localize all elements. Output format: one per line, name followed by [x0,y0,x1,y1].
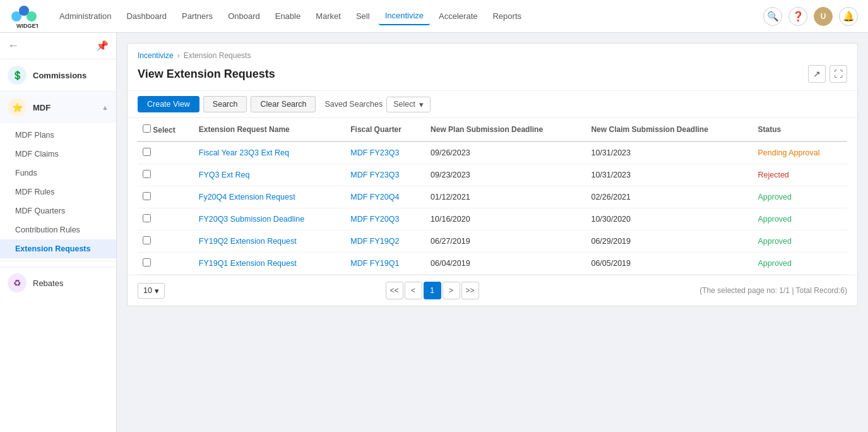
page-first-button[interactable]: << [386,282,403,299]
sidebar-back-button[interactable]: ← [8,39,19,52]
nav-enable[interactable]: Enable [269,8,307,25]
sidebar-item-mdf-rules[interactable]: MDF Rules [0,183,116,201]
saved-searches-select[interactable]: Select ▾ [386,97,431,112]
page-1-button[interactable]: 1 [424,282,441,299]
sidebar-header: ← 📌 [0,33,116,59]
nav-sell[interactable]: Sell [350,8,376,25]
row-name-link[interactable]: FY20Q3 Submission Deadline [199,215,304,224]
row-fiscal-link[interactable]: MDF FY23Q3 [350,148,399,157]
col-fiscal-quarter: Fiscal Quarter [345,118,425,141]
page-next-button[interactable]: > [443,282,460,299]
nav-reports[interactable]: Reports [486,8,528,25]
row-checkbox-cell[interactable] [138,208,194,231]
row-name-link[interactable]: Fy20Q4 Extension Request [199,193,295,201]
mdf-chevron-icon: ▲ [102,104,109,111]
search-button[interactable]: Search [203,96,247,112]
row-fiscal-link[interactable]: MDF FY20Q4 [350,193,399,201]
row-fiscal-link[interactable]: MDF FY19Q1 [350,259,399,268]
nav-administration[interactable]: Administration [53,8,117,25]
row-checkbox[interactable] [143,170,151,178]
breadcrumb: Incentivize › Extension Requests [128,44,857,63]
sidebar-pin-button[interactable]: 📌 [96,40,109,52]
row-new-claim-deadline: 06/29/2019 [586,231,752,253]
page-last-button[interactable]: >> [461,282,479,299]
row-checkbox[interactable] [143,236,151,244]
row-fiscal-link[interactable]: MDF FY19Q2 [350,237,399,246]
page-navigation: << < 1 > >> [386,282,479,299]
table-row: Fiscal Year 23Q3 Ext Req MDF FY23Q3 09/2… [138,141,847,164]
table-container: Select Extension Request Name Fiscal Qua… [128,118,857,275]
sidebar-item-funds[interactable]: Funds [0,164,116,183]
sidebar-item-mdf-plans[interactable]: MDF Plans [0,126,116,145]
page-size-chevron-icon: ▾ [155,286,159,296]
row-checkbox-cell[interactable] [138,141,194,164]
row-fiscal-link[interactable]: MDF FY20Q3 [350,215,399,224]
breadcrumb-parent[interactable]: Incentivize [138,51,174,60]
nav-accelerate[interactable]: Accelerate [432,8,484,25]
logo[interactable]: WIDGET NETWORK [10,4,38,28]
sidebar-item-rebates[interactable]: ♻ Rebates [0,267,116,299]
row-name-link[interactable]: Fiscal Year 23Q3 Ext Req [199,148,289,157]
fullscreen-button[interactable]: ⛶ [829,65,847,83]
row-checkbox-cell[interactable] [138,253,194,275]
row-name: Fiscal Year 23Q3 Ext Req [194,141,346,164]
page-size-select[interactable]: 10 ▾ [138,283,165,299]
user-avatar[interactable]: U [814,7,833,26]
row-name-link[interactable]: FY19Q1 Extension Request [199,259,297,268]
nav-partners[interactable]: Partners [175,8,219,25]
row-checkbox-cell[interactable] [138,186,194,208]
row-checkbox[interactable] [143,148,151,156]
col-status: Status [752,118,847,141]
content-card: Incentivize › Extension Requests View Ex… [127,43,858,306]
row-fiscal-link[interactable]: MDF FY23Q3 [350,171,399,179]
row-name-link[interactable]: FY19Q2 Extension Request [199,237,297,246]
select-all-checkbox[interactable] [143,124,151,133]
row-new-plan-deadline: 10/16/2020 [425,208,586,231]
row-checkbox-cell[interactable] [138,164,194,186]
nav-right-actions: 🔍 ❓ U 🔔 [763,7,858,26]
nav-market[interactable]: Market [309,8,347,25]
sidebar-item-mdf-claims[interactable]: MDF Claims [0,145,116,164]
saved-searches-label: Saved Searches [324,100,383,109]
row-new-plan-deadline: 09/26/2023 [425,141,586,164]
sidebar-item-contribution-rules[interactable]: Contribution Rules [0,220,116,239]
sidebar-item-extension-requests[interactable]: Extension Requests [0,239,116,258]
page-prev-button[interactable]: < [405,282,422,299]
nav-incentivize[interactable]: Incentivize [379,7,430,25]
help-button[interactable]: ❓ [788,7,807,26]
sidebar-item-mdf[interactable]: ⭐ MDF ▲ [0,92,116,123]
row-checkbox[interactable] [143,192,151,200]
table-header: Select Extension Request Name Fiscal Qua… [138,118,847,141]
sidebar-item-commissions[interactable]: 💲 Commissions [0,59,116,92]
clear-search-button[interactable]: Clear Search [251,96,316,112]
row-checkbox[interactable] [143,258,151,267]
row-checkbox-cell[interactable] [138,231,194,253]
row-new-plan-deadline: 01/12/2021 [425,186,586,208]
row-fiscal-quarter: MDF FY20Q3 [345,208,425,231]
row-fiscal-quarter: MDF FY23Q3 [345,164,425,186]
row-name: FY19Q2 Extension Request [194,231,346,253]
create-view-button[interactable]: Create View [138,96,199,112]
table-row: FY19Q2 Extension Request MDF FY19Q2 06/2… [138,231,847,253]
svg-point-2 [27,11,37,21]
row-new-claim-deadline: 10/30/2020 [586,208,752,231]
nav-dashboard[interactable]: Dashboard [120,8,173,25]
row-name: FY20Q3 Submission Deadline [194,208,346,231]
toolbar: Create View Search Clear Search Saved Se… [128,90,857,118]
page-info: (The selected page no: 1/1 | Total Recor… [699,286,847,295]
search-button[interactable]: 🔍 [763,7,782,26]
rebates-label: Rebates [33,279,63,288]
sidebar: ← 📌 💲 Commissions ⭐ MDF ▲ MDF Plans MDF … [0,33,117,432]
nav-onboard[interactable]: Onboard [222,8,266,25]
breadcrumb-current: Extension Requests [184,51,251,60]
row-fiscal-quarter: MDF FY23Q3 [345,141,425,164]
popout-button[interactable]: ↗ [808,65,826,83]
row-name-link[interactable]: FYQ3 Ext Req [199,171,250,179]
row-fiscal-quarter: MDF FY19Q1 [345,253,425,275]
sidebar-item-mdf-quarters[interactable]: MDF Quarters [0,201,116,220]
mdf-icon: ⭐ [8,98,27,117]
col-select: Select [138,118,194,141]
table-row: FYQ3 Ext Req MDF FY23Q3 09/23/2023 10/31… [138,164,847,186]
notifications-button[interactable]: 🔔 [839,7,858,26]
row-checkbox[interactable] [143,214,151,222]
